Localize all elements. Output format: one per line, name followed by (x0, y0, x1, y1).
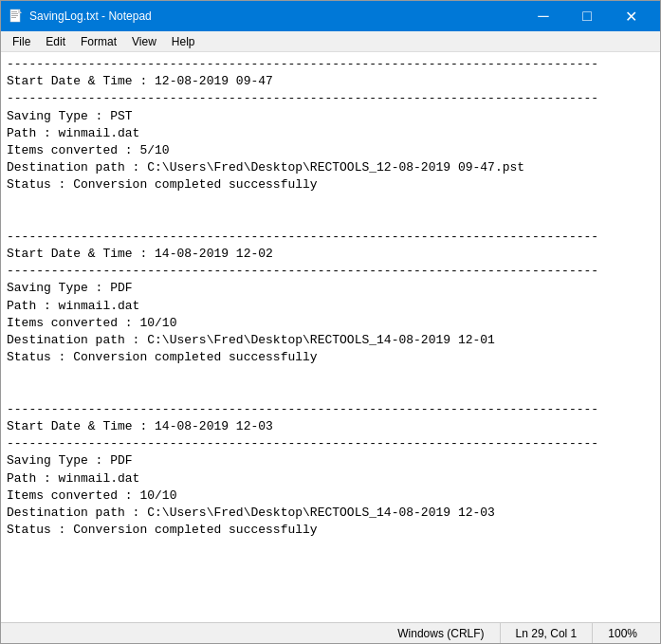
menu-bar: File Edit Format View Help (1, 31, 660, 52)
svg-rect-1 (11, 11, 17, 12)
line-ending-status: Windows (CRLF) (382, 623, 499, 643)
window-controls: ─ □ ✕ (522, 1, 652, 31)
minimize-button[interactable]: ─ (522, 1, 565, 31)
svg-rect-4 (11, 17, 16, 18)
close-button[interactable]: ✕ (609, 1, 652, 31)
svg-rect-3 (11, 15, 18, 16)
title-bar: SavingLog.txt - Notepad ─ □ ✕ (1, 1, 660, 31)
window-title: SavingLog.txt - Notepad (29, 9, 522, 23)
menu-view[interactable]: View (124, 31, 164, 52)
maximize-button[interactable]: □ (565, 1, 609, 31)
svg-rect-2 (11, 13, 18, 14)
position-status: Ln 29, Col 1 (500, 623, 593, 643)
status-bar: Windows (CRLF) Ln 29, Col 1 100% (1, 622, 660, 643)
app-icon (9, 9, 24, 24)
menu-format[interactable]: Format (73, 31, 124, 52)
notepad-window: SavingLog.txt - Notepad ─ □ ✕ File Edit … (0, 0, 661, 644)
menu-file[interactable]: File (5, 31, 38, 52)
zoom-status: 100% (592, 623, 652, 643)
menu-help[interactable]: Help (164, 31, 203, 52)
text-editor[interactable]: ----------------------------------------… (1, 52, 660, 622)
menu-edit[interactable]: Edit (38, 31, 73, 52)
